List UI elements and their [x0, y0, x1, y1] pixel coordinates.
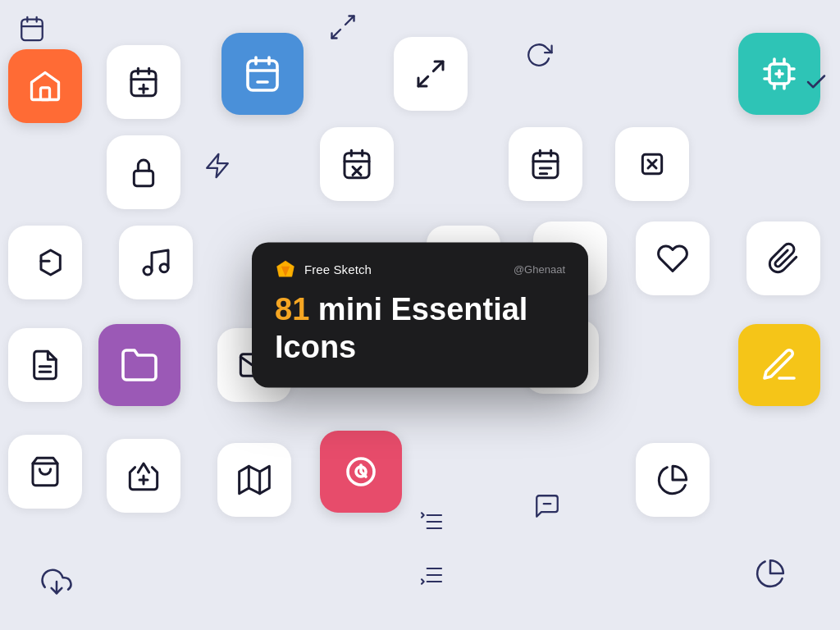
icon-check [804, 70, 829, 98]
sketch-gem-icon [275, 258, 296, 280]
icon-arrows-diagonal [328, 12, 358, 45]
svg-marker-59 [240, 466, 270, 493]
tile-calendar-add [107, 45, 180, 119]
tile-x-layers [615, 127, 689, 201]
tile-camera [8, 226, 82, 299]
svg-rect-4 [41, 88, 50, 100]
tile-calendar-list [509, 127, 582, 201]
card-header: Free Sketch @Ghenaat [275, 258, 565, 280]
svg-rect-11 [248, 61, 277, 90]
svg-point-41 [144, 267, 152, 275]
svg-point-42 [160, 264, 168, 272]
card-username: @Ghenaat [514, 263, 565, 276]
svg-marker-24 [207, 154, 228, 177]
tile-lock [107, 135, 180, 209]
icon-sort-desc [418, 562, 445, 591]
center-card: Free Sketch @Ghenaat 81 mini Essential I… [252, 242, 588, 387]
tile-home [8, 49, 82, 123]
tile-map [217, 443, 291, 517]
svg-line-17 [332, 30, 341, 39]
tile-clip [746, 221, 820, 295]
tile-basket [107, 439, 180, 513]
icon-lightning [203, 152, 231, 183]
tile-file [8, 328, 82, 402]
icon-calendar-small [18, 15, 46, 46]
card-title: Free Sketch [304, 262, 372, 276]
icon-pie-small [755, 558, 786, 592]
svg-rect-0 [21, 20, 43, 40]
svg-rect-25 [345, 153, 369, 178]
icon-refresh [525, 41, 553, 72]
card-body: 81 mini Essential Icons [275, 291, 565, 366]
tile-music [119, 226, 193, 299]
tile-calendar-x [320, 127, 394, 201]
tile-pie [636, 443, 710, 517]
tile-heart [636, 221, 710, 295]
svg-line-18 [433, 62, 443, 71]
icon-speech-bubble [533, 492, 561, 523]
tile-pencil-yellow [738, 324, 820, 406]
tile-calendar-blue [221, 33, 304, 115]
icon-cloud-download [41, 566, 72, 600]
svg-rect-23 [134, 171, 153, 185]
tile-badge-red [320, 431, 402, 513]
tile-expand [394, 37, 468, 111]
icon-sort-asc [418, 509, 445, 538]
tile-bag [8, 435, 82, 509]
card-text: mini Essential Icons [275, 292, 527, 364]
card-number: 81 [275, 292, 309, 326]
svg-line-19 [418, 76, 428, 86]
svg-line-16 [345, 16, 354, 25]
tile-folder-purple [98, 324, 180, 406]
